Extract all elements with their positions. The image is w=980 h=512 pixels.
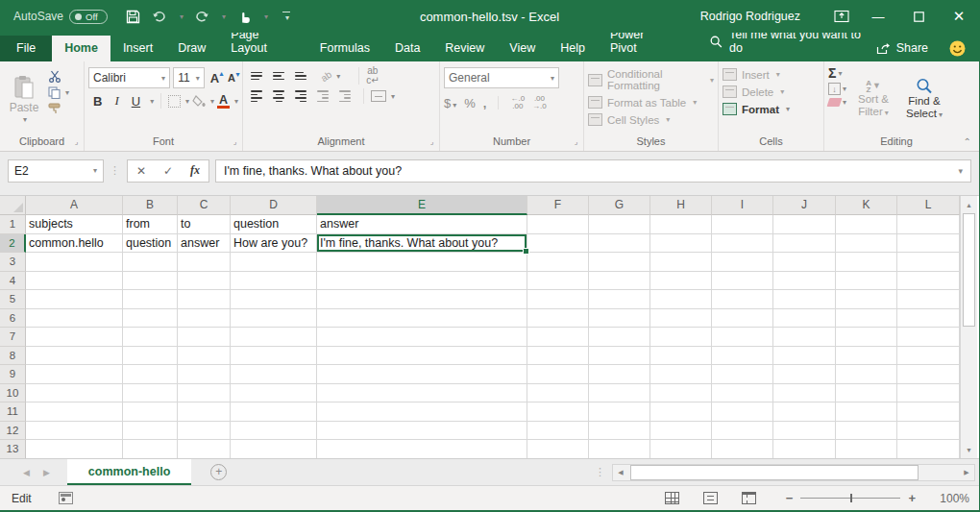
font-color-dropdown[interactable]: ▾ xyxy=(234,97,238,106)
cell-D9[interactable] xyxy=(231,365,317,384)
bold-button[interactable]: B xyxy=(88,93,107,110)
cell-L3[interactable] xyxy=(897,253,960,272)
sheet-tab-common-hello[interactable]: common-hello xyxy=(67,459,191,485)
cut-button[interactable] xyxy=(48,70,69,83)
column-header-D[interactable]: D xyxy=(231,196,317,215)
tab-formulas[interactable]: Formulas xyxy=(307,36,382,61)
align-bottom-button[interactable] xyxy=(291,69,310,84)
column-header-E[interactable]: E xyxy=(317,196,527,215)
cell-H8[interactable] xyxy=(650,347,712,366)
cell-A9[interactable] xyxy=(26,365,123,384)
cell-K11[interactable] xyxy=(836,402,897,422)
column-header-F[interactable]: F xyxy=(527,196,589,215)
paste-dropdown[interactable]: ▾ xyxy=(23,115,27,124)
cell-L9[interactable] xyxy=(897,365,960,384)
format-as-table-button[interactable]: Format as Table ▾ xyxy=(588,96,714,109)
cell-E1[interactable]: answer xyxy=(317,215,527,234)
cell-L11[interactable] xyxy=(897,402,960,422)
row-header-11[interactable]: 11 xyxy=(0,402,26,422)
font-size-select[interactable]: 11▾ xyxy=(173,67,205,88)
clear-button[interactable]: ▾ xyxy=(828,98,846,107)
cell-A12[interactable] xyxy=(26,422,123,441)
cell-J7[interactable] xyxy=(773,328,836,347)
zoom-level[interactable]: 100% xyxy=(925,492,969,505)
save-button[interactable] xyxy=(121,5,144,28)
cell-E7[interactable] xyxy=(317,328,527,347)
cell-J9[interactable] xyxy=(773,365,836,384)
undo-dropdown[interactable]: ▾ xyxy=(177,12,186,21)
cell-K1[interactable] xyxy=(836,215,897,234)
cell-D8[interactable] xyxy=(231,347,317,366)
cell-E6[interactable] xyxy=(317,309,527,329)
row-header-10[interactable]: 10 xyxy=(0,384,26,403)
cell-G12[interactable] xyxy=(589,422,650,441)
cell-A7[interactable] xyxy=(26,328,123,347)
decrease-font-size-button[interactable]: A▼ xyxy=(225,72,238,84)
page-layout-view-button[interactable] xyxy=(692,492,730,504)
cell-G11[interactable] xyxy=(589,402,650,422)
cell-F5[interactable] xyxy=(527,290,589,309)
cell-B3[interactable] xyxy=(123,253,178,272)
cell-J6[interactable] xyxy=(773,309,836,329)
number-dialog-launcher[interactable]: ⌟ xyxy=(571,137,581,148)
cell-L5[interactable] xyxy=(897,290,960,309)
cell-H1[interactable] xyxy=(650,215,712,234)
increase-indent-button[interactable] xyxy=(335,87,355,105)
tell-me-box[interactable]: Tell me what you want to do xyxy=(710,28,876,61)
cell-A13[interactable] xyxy=(26,440,123,458)
cell-H11[interactable] xyxy=(650,402,712,422)
cell-F6[interactable] xyxy=(527,309,589,329)
cell-G8[interactable] xyxy=(589,347,650,366)
tab-home[interactable]: Home xyxy=(52,36,110,61)
maximize-button[interactable] xyxy=(898,0,939,33)
formula-input[interactable]: I'm fine, thanks. What about you? ▾ xyxy=(215,159,971,183)
font-dialog-launcher[interactable]: ⌟ xyxy=(230,137,240,148)
tab-splitter-handle[interactable]: ⋮ xyxy=(595,466,606,478)
autosave-pill[interactable]: Off xyxy=(69,10,108,24)
cell-styles-button[interactable]: Cell Styles ▾ xyxy=(588,113,714,126)
orientation-dropdown[interactable]: ▾ xyxy=(336,72,340,81)
cell-H13[interactable] xyxy=(650,440,712,458)
cell-L1[interactable] xyxy=(897,215,960,234)
name-box[interactable]: E2 ▾ xyxy=(8,159,104,183)
cell-K7[interactable] xyxy=(836,328,897,347)
redo-button[interactable] xyxy=(190,5,213,28)
tab-view[interactable]: View xyxy=(497,36,548,61)
cell-E2[interactable]: I'm fine, thanks. What about you? xyxy=(317,234,527,254)
cell-L13[interactable] xyxy=(897,440,960,458)
cell-I10[interactable] xyxy=(712,384,773,403)
tab-file[interactable]: File xyxy=(0,36,52,61)
scroll-up-arrow[interactable]: ▲ xyxy=(961,196,977,213)
row-header-4[interactable]: 4 xyxy=(0,272,26,291)
cell-H3[interactable] xyxy=(650,253,712,272)
cell-J5[interactable] xyxy=(773,290,836,309)
cell-G1[interactable] xyxy=(589,215,650,234)
touch-mode-dropdown[interactable]: ▾ xyxy=(261,12,271,21)
borders-button[interactable] xyxy=(168,95,181,108)
zoom-thumb[interactable] xyxy=(850,494,852,502)
cancel-entry-button[interactable]: ✕ xyxy=(128,164,155,178)
tab-review[interactable]: Review xyxy=(432,36,497,61)
align-left-button[interactable] xyxy=(247,87,266,105)
cell-E12[interactable] xyxy=(317,422,527,441)
cell-K8[interactable] xyxy=(836,347,897,366)
cell-K5[interactable] xyxy=(836,290,897,309)
row-header-1[interactable]: 1 xyxy=(0,215,26,234)
cell-C1[interactable]: to xyxy=(178,215,231,234)
cell-H2[interactable] xyxy=(650,234,712,254)
decrease-decimal-button[interactable]: .00→.0 xyxy=(532,95,547,110)
number-format-select[interactable]: General▾ xyxy=(444,67,559,88)
cell-G5[interactable] xyxy=(589,290,650,309)
cell-H10[interactable] xyxy=(650,384,712,403)
touch-mouse-mode-button[interactable] xyxy=(233,5,256,28)
cell-B13[interactable] xyxy=(123,440,178,458)
next-sheet-button[interactable]: ▶ xyxy=(43,468,50,477)
cell-C4[interactable] xyxy=(178,272,231,291)
cell-C2[interactable]: answer xyxy=(178,234,231,254)
cell-D4[interactable] xyxy=(231,272,317,291)
cell-F11[interactable] xyxy=(527,402,589,422)
accounting-dropdown[interactable]: ▾ xyxy=(453,101,456,110)
percent-style-button[interactable]: % xyxy=(464,96,476,110)
cell-B11[interactable] xyxy=(123,402,178,422)
cell-C5[interactable] xyxy=(178,290,231,309)
